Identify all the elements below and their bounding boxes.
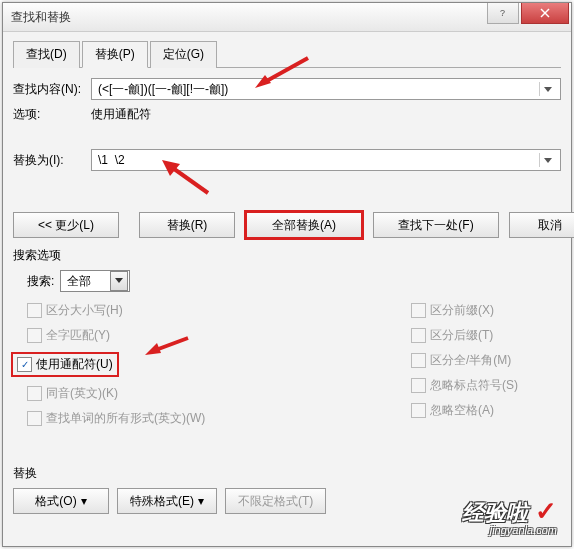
- tab-replace[interactable]: 替换(P): [82, 41, 148, 68]
- check-match-suffix-label: 区分后缀(T): [430, 327, 493, 344]
- check-match-case-label: 区分大小写(H): [46, 302, 123, 319]
- replace-label: 替换为(I):: [13, 152, 91, 169]
- check-ignore-space-label: 忽略空格(A): [430, 402, 494, 419]
- special-button-label: 特殊格式(E): [130, 493, 194, 510]
- close-icon: [540, 8, 550, 18]
- no-format-button[interactable]: 不限定格式(T): [225, 488, 326, 514]
- close-button[interactable]: [521, 3, 569, 24]
- dialog-window: 查找和替换 ? 查找(D) 替换(P) 定位(G) 查找内容(N):: [2, 2, 572, 547]
- find-label: 查找内容(N):: [13, 81, 91, 98]
- chevron-down-icon: [115, 278, 123, 284]
- replace-input[interactable]: [96, 152, 539, 168]
- check-match-case: 区分大小写(H): [27, 302, 411, 319]
- checkbox-col-right: 区分前缀(X) 区分后缀(T) 区分全/半角(M) 忽略标点符号(S) 忽略空格…: [411, 302, 561, 435]
- check-full-half: 区分全/半角(M): [411, 352, 561, 369]
- checkbox-icon: [27, 411, 42, 426]
- checkbox-icon: [411, 378, 426, 393]
- checkbox-icon: [27, 386, 42, 401]
- svg-marker-3: [544, 87, 552, 92]
- checkbox-icon: [411, 328, 426, 343]
- check-match-prefix-label: 区分前缀(X): [430, 302, 494, 319]
- chevron-down-icon: [544, 87, 552, 93]
- dialog-content: 查找(D) 替换(P) 定位(G) 查找内容(N): 选项: 使用通配符 替换为…: [3, 32, 571, 522]
- search-direction-label: 搜索:: [27, 273, 54, 290]
- chevron-down-icon: [544, 158, 552, 164]
- check-full-half-label: 区分全/半角(M): [430, 352, 511, 369]
- search-direction-select[interactable]: 全部: [60, 270, 130, 292]
- find-next-button[interactable]: 查找下一处(F): [373, 212, 499, 238]
- tab-bar: 查找(D) 替换(P) 定位(G): [13, 40, 561, 68]
- svg-marker-5: [115, 278, 123, 283]
- special-button[interactable]: 特殊格式(E) ▾: [117, 488, 217, 514]
- options-value: 使用通配符: [91, 106, 151, 123]
- find-input-wrap: [91, 78, 561, 100]
- checkbox-grid: 区分大小写(H) 全字匹配(Y) ✓ 使用通配符(U): [27, 302, 561, 435]
- svg-marker-4: [544, 158, 552, 163]
- find-input[interactable]: [96, 81, 539, 97]
- check-match-prefix: 区分前缀(X): [411, 302, 561, 319]
- help-icon: ?: [498, 8, 508, 18]
- replace-button[interactable]: 替换(R): [139, 212, 235, 238]
- check-sounds-like-label: 同音(英文)(K): [46, 385, 118, 402]
- find-row: 查找内容(N):: [13, 78, 561, 100]
- check-match-suffix: 区分后缀(T): [411, 327, 561, 344]
- check-whole-word: 全字匹配(Y): [27, 327, 411, 344]
- svg-text:?: ?: [500, 8, 505, 18]
- help-button[interactable]: ?: [487, 3, 519, 24]
- less-button[interactable]: << 更少(L): [13, 212, 119, 238]
- checkbox-checked-icon: ✓: [17, 357, 32, 372]
- check-ignore-punct: 忽略标点符号(S): [411, 377, 561, 394]
- window-title: 查找和替换: [11, 9, 71, 26]
- check-sounds-like: 同音(英文)(K): [27, 385, 411, 402]
- options-label: 选项:: [13, 106, 91, 123]
- check-whole-word-label: 全字匹配(Y): [46, 327, 110, 344]
- check-word-forms-label: 查找单词的所有形式(英文)(W): [46, 410, 205, 427]
- bottom-title: 替换: [13, 465, 561, 482]
- bottom-section: 替换 格式(O) ▾ 特殊格式(E) ▾ 不限定格式(T): [13, 465, 561, 514]
- search-options-title: 搜索选项: [13, 247, 561, 264]
- checkbox-col-left: 区分大小写(H) 全字匹配(Y) ✓ 使用通配符(U): [27, 302, 411, 435]
- check-word-forms: 查找单词的所有形式(英文)(W): [27, 410, 411, 427]
- checkbox-icon: [411, 353, 426, 368]
- bottom-buttons: 格式(O) ▾ 特殊格式(E) ▾ 不限定格式(T): [13, 488, 561, 514]
- replace-input-wrap: [91, 149, 561, 171]
- check-wildcards-highlight: ✓ 使用通配符(U): [11, 352, 119, 377]
- tab-goto[interactable]: 定位(G): [150, 41, 217, 68]
- titlebar-buttons: ?: [487, 3, 571, 31]
- checkbox-icon: [411, 303, 426, 318]
- format-button-label: 格式(O): [35, 493, 76, 510]
- replace-dropdown-button[interactable]: [539, 153, 556, 167]
- format-button[interactable]: 格式(O) ▾: [13, 488, 109, 514]
- search-direction-row: 搜索: 全部: [27, 270, 561, 292]
- cancel-button[interactable]: 取消: [509, 212, 574, 238]
- titlebar: 查找和替换 ?: [3, 3, 571, 32]
- watermark-sub: jingyanla.com: [462, 524, 557, 536]
- find-dropdown-button[interactable]: [539, 82, 556, 96]
- replace-row: 替换为(I):: [13, 149, 561, 171]
- search-direction-value: 全部: [61, 273, 109, 290]
- checkbox-icon: [27, 328, 42, 343]
- checkbox-icon: [411, 403, 426, 418]
- button-row: << 更少(L) 替换(R) 全部替换(A) 查找下一处(F) 取消: [13, 211, 561, 239]
- check-wildcards-label: 使用通配符(U): [36, 356, 113, 373]
- options-row: 选项: 使用通配符: [13, 106, 561, 123]
- search-direction-dropdown[interactable]: [110, 271, 128, 291]
- tab-find[interactable]: 查找(D): [13, 41, 80, 68]
- check-wildcards[interactable]: ✓ 使用通配符(U): [17, 356, 113, 373]
- check-ignore-punct-label: 忽略标点符号(S): [430, 377, 518, 394]
- replace-all-button[interactable]: 全部替换(A): [245, 211, 363, 239]
- check-ignore-space: 忽略空格(A): [411, 402, 561, 419]
- checkbox-icon: [27, 303, 42, 318]
